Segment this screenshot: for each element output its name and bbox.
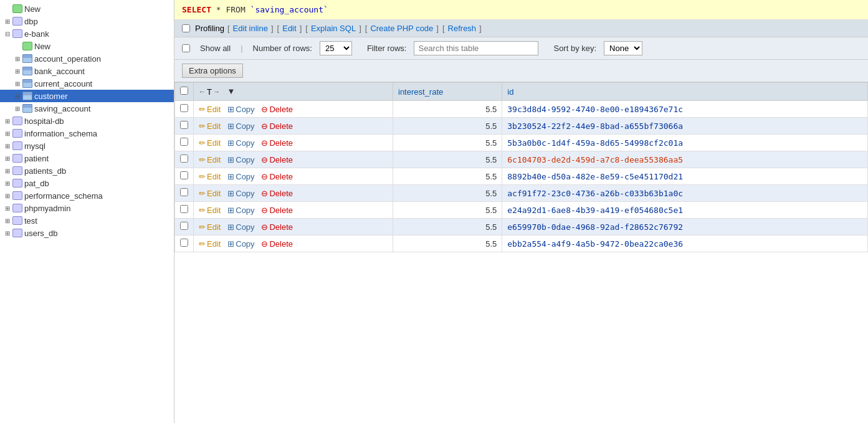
toggle-current_account[interactable]: ⊞ [12, 78, 22, 88]
toggle-phpmyadmin[interactable]: ⊞ [2, 203, 12, 213]
toggle-customer[interactable]: ⊞ [12, 91, 22, 101]
rows-select[interactable]: 2550100250500 [320, 41, 352, 55]
sidebar-item-saving_account[interactable]: ⊞saving_account [0, 102, 174, 115]
row-copy-link[interactable]: Copy [236, 189, 254, 198]
sort-select[interactable]: None [604, 41, 642, 55]
sidebar-item-new-root[interactable]: New [0, 2, 174, 15]
sidebar-item-label-patient: patient [24, 154, 49, 163]
arrow-right[interactable]: → [213, 88, 220, 95]
sidebar-item-account_operation[interactable]: ⊞account_operation [0, 52, 174, 65]
row-copy-link[interactable]: Copy [236, 239, 254, 249]
row-checkbox[interactable] [180, 222, 188, 230]
table-row: ✏Edit ⊞Copy ⊖Delete 5.53b230524-22f2-44e… [175, 118, 868, 135]
sidebar-item-hospital-db[interactable]: ⊞hospital-db [0, 115, 174, 127]
sidebar-item-pat_db[interactable]: ⊞pat_db [0, 177, 174, 189]
row-delete-link[interactable]: Delete [269, 155, 293, 164]
row-delete-link[interactable]: Delete [269, 189, 293, 198]
row-edit-link[interactable]: Edit [207, 172, 221, 181]
sidebar-item-phpmyadmin[interactable]: ⊞phpmyadmin [0, 202, 174, 214]
row-checkbox[interactable] [180, 188, 188, 196]
toolbar-sep-7: [ [365, 24, 368, 33]
row-checkbox[interactable] [180, 171, 188, 179]
edit-inline-link[interactable]: Edit inline [233, 24, 268, 33]
row-copy-link[interactable]: Copy [236, 172, 254, 181]
filter-dropdown[interactable]: ▼ [227, 87, 236, 96]
row-edit-link[interactable]: Edit [207, 155, 221, 164]
sql-keyword: SELECT [182, 5, 211, 14]
toggle-e-bank-new[interactable] [12, 41, 22, 51]
row-delete-link[interactable]: Delete [269, 138, 293, 148]
sidebar-item-patient[interactable]: ⊞patient [0, 152, 174, 164]
toggle-saving_account[interactable]: ⊞ [12, 103, 22, 113]
sidebar-item-e-bank-new[interactable]: New [0, 40, 174, 52]
row-checkbox[interactable] [180, 205, 188, 213]
sidebar-item-test[interactable]: ⊞test [0, 214, 174, 227]
sidebar-item-e-bank[interactable]: ⊟e-bank [0, 27, 174, 40]
row-id: e24a92d1-6ae8-4b39-a419-ef054680c5e1 [502, 202, 868, 219]
row-edit-link[interactable]: Edit [207, 138, 221, 148]
sidebar-item-label-performance_schema: performance_schema [24, 191, 103, 201]
row-copy-link[interactable]: Copy [236, 121, 254, 131]
header-interest-rate[interactable]: interest_rate [393, 83, 502, 101]
arrow-left[interactable]: ← [199, 88, 206, 95]
sidebar-item-users_db[interactable]: ⊞users_db [0, 227, 174, 239]
row-edit-link[interactable]: Edit [207, 239, 221, 249]
toggle-account_operation[interactable]: ⊞ [12, 54, 22, 64]
toggle-pat_db[interactable]: ⊞ [2, 178, 12, 188]
sidebar-item-label-test: test [24, 216, 37, 226]
toggle-dbp[interactable]: ⊞ [2, 16, 12, 26]
sidebar-item-current_account[interactable]: ⊞current_account [0, 77, 174, 90]
toggle-information_schema[interactable]: ⊞ [2, 128, 12, 138]
extra-options-button[interactable]: Extra options [182, 64, 243, 78]
toggle-hospital-db[interactable]: ⊞ [2, 116, 12, 126]
row-delete-link[interactable]: Delete [269, 206, 293, 215]
toggle-test[interactable]: ⊞ [2, 216, 12, 226]
row-delete-link[interactable]: Delete [269, 222, 293, 232]
row-edit-link[interactable]: Edit [207, 206, 221, 215]
row-delete-link[interactable]: Delete [269, 172, 293, 181]
row-copy-link[interactable]: Copy [236, 222, 254, 232]
toggle-patients_db[interactable]: ⊞ [2, 166, 12, 176]
row-delete-link[interactable]: Delete [269, 105, 293, 114]
toggle-mysql[interactable]: ⊞ [2, 141, 12, 151]
row-edit-link[interactable]: Edit [207, 105, 221, 114]
explain-sql-link[interactable]: Explain SQL [311, 24, 356, 33]
row-checkbox[interactable] [180, 239, 188, 247]
sidebar-item-patients_db[interactable]: ⊞patients_db [0, 164, 174, 177]
row-checkbox[interactable] [180, 138, 188, 146]
sidebar-item-customer[interactable]: ⊞customer [0, 90, 174, 102]
refresh-link[interactable]: Refresh [448, 24, 477, 33]
row-checkbox-cell [175, 168, 194, 185]
profiling-checkbox[interactable] [182, 24, 190, 32]
toggle-performance_schema[interactable]: ⊞ [2, 191, 12, 201]
sidebar-item-mysql[interactable]: ⊞mysql [0, 140, 174, 152]
filter-input[interactable] [414, 41, 538, 55]
row-checkbox[interactable] [180, 121, 188, 129]
header-id[interactable]: id [502, 83, 868, 101]
row-checkbox[interactable] [180, 154, 188, 163]
toggle-e-bank[interactable]: ⊟ [2, 29, 12, 39]
row-copy-link[interactable]: Copy [236, 138, 254, 148]
row-delete-link[interactable]: Delete [269, 239, 293, 249]
row-copy-link[interactable]: Copy [236, 105, 254, 114]
row-edit-link[interactable]: Edit [207, 121, 221, 131]
toggle-users_db[interactable]: ⊞ [2, 228, 12, 238]
sidebar-item-dbp[interactable]: ⊞dbp [0, 15, 174, 27]
row-checkbox[interactable] [180, 104, 188, 112]
row-edit-link[interactable]: Edit [207, 222, 221, 232]
row-copy-link[interactable]: Copy [236, 206, 254, 215]
select-all-checkbox[interactable] [180, 87, 188, 95]
sidebar-item-information_schema[interactable]: ⊞information_schema [0, 127, 174, 140]
sidebar-item-bank_account[interactable]: ⊞bank_account [0, 65, 174, 77]
show-all-checkbox[interactable] [182, 44, 190, 52]
row-edit-link[interactable]: Edit [207, 189, 221, 198]
row-copy-link[interactable]: Copy [236, 155, 254, 164]
create-php-link[interactable]: Create PHP code [370, 24, 433, 33]
toggle-new-root[interactable] [2, 4, 12, 14]
sidebar-item-performance_schema[interactable]: ⊞performance_schema [0, 189, 174, 202]
row-delete-link[interactable]: Delete [269, 121, 293, 131]
toggle-bank_account[interactable]: ⊞ [12, 66, 22, 76]
toggle-patient[interactable]: ⊞ [2, 153, 12, 163]
edit-link[interactable]: Edit [282, 24, 296, 33]
row-actions-cell: ✏Edit ⊞Copy ⊖Delete [194, 118, 393, 135]
